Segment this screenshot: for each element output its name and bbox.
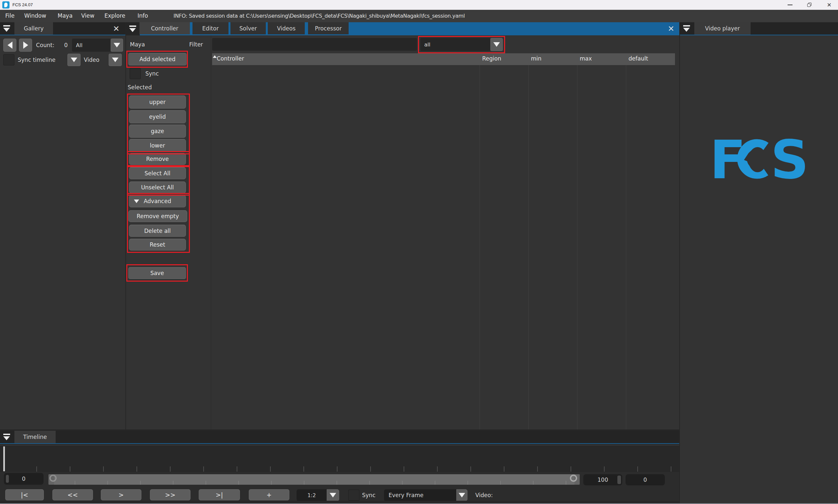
menu-explore[interactable]: Explore [104, 13, 125, 19]
panel-menu-icon[interactable] [3, 25, 11, 32]
video-player-tab[interactable]: Video player [694, 22, 751, 35]
step-back-button[interactable]: << [52, 489, 93, 500]
column-header-max[interactable]: max [580, 55, 592, 62]
video-dropdown-button[interactable] [109, 54, 122, 66]
column-header-default[interactable]: default [629, 55, 648, 62]
app-icon [2, 1, 10, 8]
advanced-toggle-button[interactable]: Advanced [129, 195, 186, 208]
frame-offset-value: 0 [644, 476, 647, 483]
spin-handle[interactable] [617, 475, 621, 484]
arrow-right-icon [23, 41, 28, 49]
sort-ascending-icon[interactable] [213, 55, 217, 58]
play-button[interactable]: > [101, 489, 141, 500]
tab-solver[interactable]: Solver [230, 22, 266, 34]
panel-menu-icon[interactable] [3, 433, 11, 440]
unselect-all-button[interactable]: Unselect All [129, 181, 186, 193]
select-all-button[interactable]: Select All [129, 167, 186, 179]
gallery-tab[interactable]: Gallery [14, 22, 53, 35]
slider-handle-left[interactable] [49, 474, 57, 482]
arrow-left-icon [7, 41, 13, 49]
frame-range-slider[interactable] [49, 474, 580, 485]
close-window-button[interactable]: ✕ [821, 0, 837, 10]
add-selected-button[interactable]: Add selected [128, 53, 187, 66]
minimize-button[interactable] [782, 0, 798, 10]
table-column-separator [479, 65, 480, 429]
sync-checkbox[interactable] [129, 68, 141, 79]
frame-end-value: 100 [597, 476, 608, 483]
panel-menu-icon[interactable] [683, 25, 691, 32]
timeline-header: Timeline [0, 431, 679, 444]
column-header-controller[interactable]: Controller [217, 55, 244, 62]
gallery-title: Gallery [24, 25, 44, 32]
step-forward-button[interactable]: >> [150, 489, 191, 500]
playback-mode-dropdown-button[interactable] [456, 489, 468, 501]
frame-offset-box[interactable]: 0 [626, 474, 665, 485]
controller-panel: Controller Editor Solver Videos Processo… [126, 22, 679, 429]
playback-mode-box[interactable]: Every Frame [384, 489, 456, 501]
frame-start-value: 0 [22, 475, 25, 482]
minimize-icon [788, 4, 792, 5]
menu-file[interactable]: File [5, 13, 14, 19]
maya-label: Maya [130, 38, 145, 51]
go-to-end-button[interactable]: >| [199, 489, 240, 500]
step-ratio-value: 1:2 [308, 492, 316, 499]
title-bar: FCS 24.07 ✕ [0, 0, 838, 10]
timeline-panel: Timeline 0 100 0 |< << > >> >| + [0, 431, 679, 503]
count-label: Count: [36, 39, 54, 52]
sync-timeline-dropdown-button[interactable] [67, 54, 81, 66]
column-header-min[interactable]: min [531, 55, 541, 62]
step-ratio-box[interactable]: 1:2 [297, 489, 327, 501]
sync-timeline-checkbox[interactable] [3, 54, 14, 66]
add-key-button[interactable]: + [249, 489, 290, 500]
remove-button[interactable]: Remove [129, 153, 186, 165]
menu-maya[interactable]: Maya [58, 13, 73, 19]
spin-handle[interactable] [6, 475, 9, 483]
region-button-lower[interactable]: lower [129, 139, 186, 152]
slider-handle-right[interactable] [570, 474, 577, 482]
save-button[interactable]: Save [128, 267, 186, 279]
gallery-prev-button[interactable] [3, 39, 16, 52]
menu-info[interactable]: Info [138, 13, 148, 19]
go-to-start-button[interactable]: |< [5, 489, 44, 500]
gallery-next-button[interactable] [19, 39, 32, 52]
column-header-region[interactable]: Region [482, 55, 501, 62]
chevron-down-icon [114, 43, 120, 48]
region-button-upper[interactable]: upper [129, 95, 186, 109]
chevron-down-icon [493, 42, 500, 47]
gallery-range-dropdown-button[interactable] [111, 39, 123, 52]
window-title: FCS 24.07 [13, 2, 33, 7]
restore-button[interactable] [801, 0, 818, 10]
region-button-gaze[interactable]: gaze [129, 125, 186, 138]
timeline-sync-checkbox[interactable] [348, 490, 360, 501]
tab-editor[interactable]: Editor [192, 22, 228, 34]
table-column-separator [577, 65, 577, 429]
menu-window[interactable]: Window [24, 13, 46, 19]
region-filter-dropdown-button[interactable] [490, 38, 503, 51]
region-button-eyelid[interactable]: eyelid [129, 110, 186, 123]
timeline-tab[interactable]: Timeline [14, 431, 56, 443]
controller-close-icon[interactable]: ✕ [665, 23, 677, 34]
tab-videos[interactable]: Videos [268, 22, 305, 34]
tab-processor[interactable]: Processor [308, 22, 349, 34]
tab-controller[interactable]: Controller [139, 22, 190, 34]
delete-all-button[interactable]: Delete all [129, 225, 186, 237]
step-ratio-dropdown-button[interactable] [327, 489, 339, 501]
playhead[interactable] [3, 447, 5, 471]
region-filter-value: all [424, 41, 431, 48]
chevron-down-icon [459, 493, 465, 498]
reset-button[interactable]: Reset [129, 239, 186, 251]
panel-menu-box[interactable] [126, 22, 140, 35]
remove-empty-button[interactable]: Remove empty [128, 210, 187, 222]
timeline-ruler[interactable] [0, 445, 679, 472]
filter-input[interactable] [212, 38, 417, 51]
gallery-range-select[interactable]: All [72, 39, 111, 52]
gallery-close-icon[interactable]: ✕ [111, 23, 122, 34]
menu-bar: File Window Maya View Explore Info INFO:… [0, 10, 838, 22]
region-filter-select[interactable]: all [420, 38, 490, 51]
menu-view[interactable]: View [81, 13, 94, 19]
frame-start-box[interactable]: 0 [4, 473, 43, 485]
chevron-down-icon [71, 57, 77, 62]
table-column-separator [528, 65, 529, 429]
frame-end-box[interactable]: 100 [583, 474, 622, 485]
sync-label: Sync [145, 67, 159, 80]
